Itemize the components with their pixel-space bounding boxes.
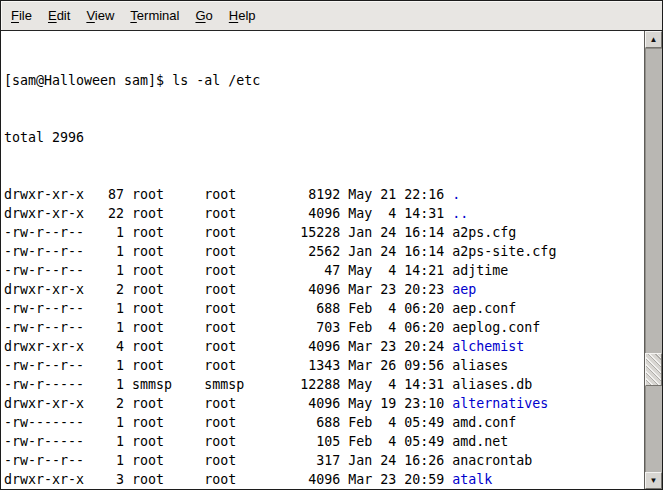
file-name: aliases bbox=[452, 358, 508, 373]
file-meta: -rw-r----- 1 smmsp smmsp 12288 May 4 14:… bbox=[4, 377, 452, 392]
file-row: -rw-r--r-- 1 root root 317 Jan 24 16:26 … bbox=[4, 451, 644, 470]
file-row: -rw-r--r-- 1 root root 15228 Jan 24 16:1… bbox=[4, 223, 644, 242]
file-name: alternatives bbox=[452, 396, 548, 411]
file-listing: drwxr-xr-x 87 root root 8192 May 21 22:1… bbox=[4, 185, 644, 489]
file-name: aeplog.conf bbox=[452, 320, 540, 335]
file-meta: -rw-r--r-- 1 root root 1343 Mar 26 09:56 bbox=[4, 358, 452, 373]
file-row: -rw-r--r-- 1 root root 47 May 4 14:21 ad… bbox=[4, 261, 644, 280]
menu-help[interactable]: Help bbox=[221, 5, 264, 26]
file-row: -rw-r--r-- 1 root root 2562 Jan 24 16:14… bbox=[4, 242, 644, 261]
file-name: aep bbox=[452, 282, 476, 297]
menu-terminal[interactable]: Terminal bbox=[122, 5, 187, 26]
menu-bar: FileEditViewTerminalGoHelp bbox=[1, 1, 662, 31]
file-meta: -rw-r--r-- 1 root root 703 Feb 4 06:20 bbox=[4, 320, 452, 335]
file-name: anacrontab bbox=[452, 453, 532, 468]
menu-go[interactable]: Go bbox=[187, 5, 220, 26]
file-row: drwxr-xr-x 2 root root 4096 May 19 23:10… bbox=[4, 394, 644, 413]
file-name: aep.conf bbox=[452, 301, 516, 316]
scrollbar[interactable]: ▲ ▼ bbox=[645, 31, 662, 489]
file-row: -rw-r----- 1 root root 105 Feb 4 05:49 a… bbox=[4, 432, 644, 451]
shell-command: ls -al /etc bbox=[172, 73, 260, 88]
file-name: adjtime bbox=[452, 263, 508, 278]
file-meta: -rw-r--r-- 1 root root 15228 Jan 24 16:1… bbox=[4, 225, 452, 240]
file-name: amd.conf bbox=[452, 415, 516, 430]
file-name: atalk bbox=[452, 472, 492, 487]
file-row: -rw-r--r-- 1 root root 703 Feb 4 06:20 a… bbox=[4, 318, 644, 337]
file-meta: drwxr-xr-x 4 root root 4096 Mar 23 20:24 bbox=[4, 339, 452, 354]
file-name: . bbox=[452, 187, 460, 202]
scroll-up-button[interactable]: ▲ bbox=[645, 31, 662, 48]
total-line: total 2996 bbox=[4, 128, 644, 147]
terminal-window: FileEditViewTerminalGoHelp [sam@Hallowee… bbox=[0, 0, 663, 490]
file-row: drwxr-xr-x 3 root root 4096 Mar 23 20:59… bbox=[4, 470, 644, 489]
scrollbar-thumb[interactable] bbox=[645, 353, 662, 386]
file-row: -rw-r--r-- 1 root root 688 Feb 4 06:20 a… bbox=[4, 299, 644, 318]
up-arrow-icon: ▲ bbox=[650, 36, 658, 44]
file-name: aliases.db bbox=[452, 377, 532, 392]
file-meta: drwxr-xr-x 3 root root 4096 Mar 23 20:59 bbox=[4, 472, 452, 487]
file-row: -rw-r----- 1 smmsp smmsp 12288 May 4 14:… bbox=[4, 375, 644, 394]
down-arrow-icon: ▼ bbox=[650, 477, 658, 485]
terminal-output[interactable]: [sam@Halloween sam]$ ls -al /etc total 2… bbox=[1, 31, 645, 489]
menu-file[interactable]: File bbox=[3, 5, 40, 26]
file-meta: -rw-r--r-- 1 root root 317 Jan 24 16:26 bbox=[4, 453, 452, 468]
menu-edit[interactable]: Edit bbox=[40, 5, 78, 26]
file-row: drwxr-xr-x 87 root root 8192 May 21 22:1… bbox=[4, 185, 644, 204]
file-meta: drwxr-xr-x 2 root root 4096 Mar 23 20:23 bbox=[4, 282, 452, 297]
file-name: a2ps-site.cfg bbox=[452, 244, 556, 259]
file-meta: drwxr-xr-x 87 root root 8192 May 21 22:1… bbox=[4, 187, 452, 202]
file-meta: -rw------- 1 root root 688 Feb 4 05:49 bbox=[4, 415, 452, 430]
file-row: -rw-r--r-- 1 root root 1343 Mar 26 09:56… bbox=[4, 356, 644, 375]
terminal-content-area: [sam@Halloween sam]$ ls -al /etc total 2… bbox=[1, 31, 662, 489]
file-row: -rw------- 1 root root 688 Feb 4 05:49 a… bbox=[4, 413, 644, 432]
file-name: a2ps.cfg bbox=[452, 225, 516, 240]
scrollbar-track[interactable] bbox=[645, 48, 662, 472]
file-meta: -rw-r--r-- 1 root root 2562 Jan 24 16:14 bbox=[4, 244, 452, 259]
prompt-line: [sam@Halloween sam]$ ls -al /etc bbox=[4, 71, 644, 90]
scroll-down-button[interactable]: ▼ bbox=[645, 472, 662, 489]
file-meta: drwxr-xr-x 2 root root 4096 May 19 23:10 bbox=[4, 396, 452, 411]
file-meta: -rw-r--r-- 1 root root 688 Feb 4 06:20 bbox=[4, 301, 452, 316]
shell-prompt: [sam@Halloween sam]$ bbox=[4, 73, 172, 88]
file-row: drwxr-xr-x 2 root root 4096 Mar 23 20:23… bbox=[4, 280, 644, 299]
file-row: drwxr-xr-x 22 root root 4096 May 4 14:31… bbox=[4, 204, 644, 223]
file-row: drwxr-xr-x 4 root root 4096 Mar 23 20:24… bbox=[4, 337, 644, 356]
file-meta: drwxr-xr-x 22 root root 4096 May 4 14:31 bbox=[4, 206, 452, 221]
file-meta: -rw-r--r-- 1 root root 47 May 4 14:21 bbox=[4, 263, 452, 278]
file-name: alchemist bbox=[452, 339, 524, 354]
file-name: .. bbox=[452, 206, 468, 221]
file-meta: -rw-r----- 1 root root 105 Feb 4 05:49 bbox=[4, 434, 452, 449]
menu-view[interactable]: View bbox=[78, 5, 122, 26]
file-name: amd.net bbox=[452, 434, 508, 449]
